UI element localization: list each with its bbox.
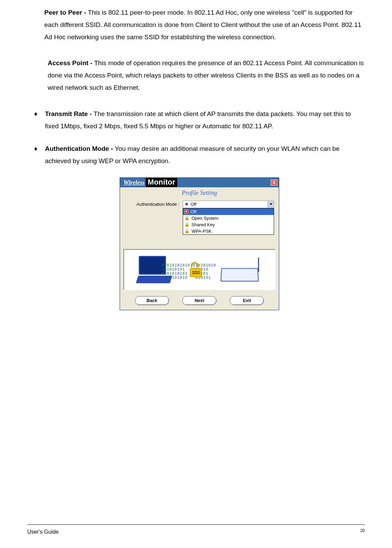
auth-mode-selected: Off (191, 202, 196, 207)
option-label: Shared Key (192, 222, 215, 227)
ap-label: Access Point - (48, 59, 94, 67)
peer-text: This is 802.11 peer-to-peer mode. In 802… (44, 9, 361, 41)
auth-label: Authentication Mode - (45, 145, 115, 152)
peer-label: Peer to Peer - (44, 9, 88, 16)
wireless-monitor-dialog: Wireless Monitor X Profile Setting Authe… (120, 177, 279, 310)
bullet-auth-mode: ♦ Authentication Mode - You may desire a… (34, 143, 365, 167)
auth-mode-select[interactable]: ✖ Off ✖ Off 🔒 Open System (183, 201, 274, 208)
router-icon (221, 258, 262, 282)
bullet-transmit-rate: ♦ Transmit Rate - The transmission rate … (34, 108, 365, 132)
dialog-title: Wireless Monitor (123, 178, 177, 187)
auth-mode-label: Authentication Mode : (125, 202, 183, 207)
next-button[interactable]: Next (182, 296, 216, 305)
paragraph-access-point: Access Point - This mode of operation re… (48, 57, 365, 94)
page-footer: User's Guide 20 (27, 524, 365, 537)
exit-button[interactable]: Exit (230, 296, 264, 305)
chevron-down-icon[interactable] (268, 201, 274, 208)
rate-label: Transmit Rate - (45, 110, 94, 117)
lock-icon: 🔒 (184, 222, 190, 227)
off-icon: ✖ (184, 202, 189, 206)
option-open-system[interactable]: 🔒 Open System (183, 215, 274, 221)
illustration-panel: 010101010101010101010 101010101 101010 0… (123, 249, 275, 290)
bullet-icon: ♦ (34, 143, 45, 167)
title-monitor: Monitor (146, 178, 177, 187)
option-wpa-psk[interactable]: 🔒 WPA-PSK (183, 228, 274, 234)
auth-mode-dropdown: ✖ Off 🔒 Open System 🔒 Shared Key 🔒 (183, 208, 274, 235)
off-icon: ✖ (184, 210, 189, 214)
option-label: Off (191, 209, 196, 214)
bullet-icon: ♦ (34, 108, 45, 132)
footer-guide: User's Guide (27, 527, 59, 537)
ap-text: This mode of operation requires the pres… (48, 59, 364, 91)
dialog-titlebar: Wireless Monitor X (120, 178, 279, 187)
lock-icon: 🔒 (184, 216, 190, 220)
close-icon[interactable]: X (271, 179, 277, 186)
padlock-icon (190, 262, 202, 277)
option-label: WPA-PSK (192, 229, 212, 234)
dialog-subtitle: Profile Setting (120, 187, 279, 201)
option-shared-key[interactable]: 🔒 Shared Key (183, 221, 274, 228)
paragraph-peer: Peer to Peer - This is 802.11 peer-to-pe… (44, 6, 365, 43)
back-button[interactable]: Back (135, 296, 169, 305)
lock-icon: 🔒 (184, 229, 190, 233)
page-number: 20 (360, 527, 365, 537)
option-off[interactable]: ✖ Off (183, 208, 274, 215)
title-wireless: Wireless (123, 179, 145, 186)
option-label: Open System (192, 216, 218, 221)
